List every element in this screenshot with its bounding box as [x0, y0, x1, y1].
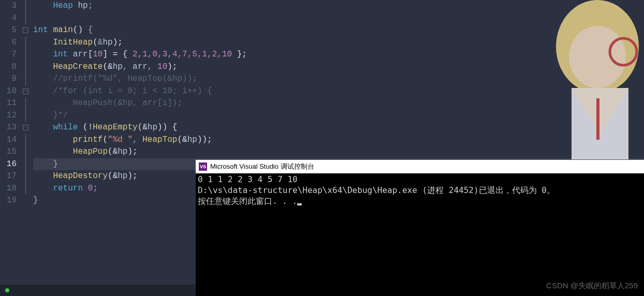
- line-no: 9: [0, 73, 17, 85]
- code-line: while (!HeapEmpty(&hp)) {: [33, 122, 644, 134]
- code-line: [33, 12, 644, 25]
- cursor-icon: [297, 203, 302, 205]
- code-line: //printf("%d", HeapTop(&hp));: [33, 73, 644, 85]
- fold-toggle-icon[interactable]: −: [23, 27, 28, 33]
- line-no: 18: [0, 183, 17, 195]
- line-no: 8: [0, 61, 17, 73]
- code-line: InitHeap(&hp);: [33, 37, 644, 49]
- line-no: 6: [0, 37, 17, 49]
- line-no-current: 16: [0, 158, 17, 171]
- line-no: 15: [0, 146, 17, 158]
- line-no: 5: [0, 24, 17, 37]
- line-no: 13: [0, 122, 17, 134]
- line-no: 3: [0, 0, 17, 12]
- code-line: Heap hp;: [33, 0, 644, 12]
- line-no: 10: [0, 85, 17, 98]
- code-line: int main() {: [33, 24, 644, 37]
- line-no: 19: [0, 195, 17, 207]
- console-title-text: Microsoft Visual Studio 调试控制台: [210, 162, 314, 171]
- console-output[interactable]: 0 1 1 2 2 3 4 5 7 10 D:\vs\data-structur…: [196, 173, 644, 208]
- vs-icon: VS: [199, 162, 207, 171]
- code-line: HeapCreate(&hp, arr, 10);: [33, 61, 644, 73]
- line-no: 12: [0, 110, 17, 122]
- code-line: printf("%d ", HeapTop(&hp));: [33, 134, 644, 146]
- status-dot-icon: [5, 288, 9, 292]
- line-no: 17: [0, 170, 17, 183]
- line-number-gutter: 3 4 5 6 7 8 9 10 11 12 13 14 15 16 17 18…: [0, 0, 21, 296]
- fold-toggle-icon[interactable]: −: [23, 88, 28, 94]
- line-no: 4: [0, 12, 17, 25]
- line-no: 7: [0, 49, 17, 61]
- status-bar: [0, 285, 196, 296]
- line-no: 11: [0, 97, 17, 110]
- fold-column: − − −: [21, 0, 33, 296]
- code-line: HeapPush(&hp, arr[i]);: [33, 97, 644, 110]
- fold-toggle-icon[interactable]: −: [23, 125, 28, 130]
- code-line: HeapPop(&hp);: [33, 146, 644, 158]
- code-line: /*for (int i = 0; i < 10; i++) {: [33, 85, 644, 98]
- watermark-text: CSDN @失眠的稻草人259: [546, 281, 638, 291]
- code-line: }*/: [33, 110, 644, 122]
- line-no: 14: [0, 134, 17, 146]
- console-titlebar[interactable]: VS Microsoft Visual Studio 调试控制台: [196, 160, 644, 173]
- debug-console-window: VS Microsoft Visual Studio 调试控制台 0 1 1 2…: [196, 159, 644, 296]
- code-line: int arr[10] = { 2,1,0,3,4,7,5,1,2,10 };: [33, 49, 644, 61]
